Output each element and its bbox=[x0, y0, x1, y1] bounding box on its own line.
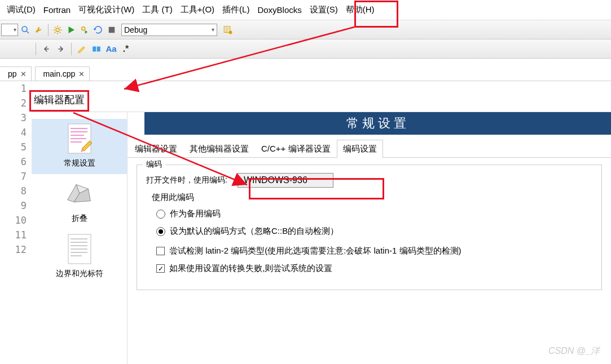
config-category-list[interactable]: 常规设置 折叠 边界和光标符 bbox=[32, 112, 128, 364]
menu-visual-design[interactable]: 可视化设计(W) bbox=[75, 2, 138, 17]
svg-point-0 bbox=[22, 26, 27, 32]
subtab-other[interactable]: 其他编辑器设置 bbox=[183, 140, 255, 158]
separator bbox=[71, 43, 72, 55]
build-config-dropdown[interactable]: Debug▾ bbox=[121, 24, 217, 36]
svg-point-2 bbox=[56, 28, 59, 32]
fieldset-legend: 编码 bbox=[143, 159, 165, 170]
close-icon[interactable]: ✕ bbox=[78, 70, 85, 78]
file-tab-label: pp bbox=[8, 69, 17, 78]
side-item-general[interactable]: 常规设置 bbox=[32, 119, 127, 174]
subtab-encoding[interactable]: 编码设置 bbox=[337, 140, 383, 158]
side-item-label: 折叠 bbox=[72, 214, 87, 224]
menubar: 调试(D) Fortran 可视化设计(W) 工具 (T) 工具+(O) 插件(… bbox=[0, 0, 611, 20]
side-item-label: 常规设置 bbox=[64, 158, 95, 168]
radio-icon bbox=[156, 210, 165, 219]
file-tabs: pp ✕ main.cpp ✕ bbox=[0, 59, 611, 81]
open-encoding-label: 打开文件时，使用编码: bbox=[146, 175, 227, 185]
svg-line-1 bbox=[27, 31, 29, 33]
line-number: 2 bbox=[21, 96, 27, 110]
toolbar-dropdown-empty[interactable]: ▾ bbox=[1, 24, 18, 36]
config-title-wrap: 编辑器配置 bbox=[32, 93, 87, 106]
dialog-header: 常规设置 bbox=[144, 112, 611, 135]
search-icon[interactable] bbox=[19, 24, 32, 36]
line-number-gutter: 1 2 3 4 5 6 7 8 9 10 11 12 bbox=[0, 81, 31, 257]
check-latin2[interactable]: 尝试检测 latin-2 编码类型(使用此选项需要注意:会破坏 latin-1 … bbox=[156, 246, 592, 256]
back-arrow-icon[interactable] bbox=[40, 43, 52, 55]
editor-config-dialog: 常规设置 常规设置 折叠 边界和光标符 bbox=[32, 112, 611, 364]
encoding-dropdown[interactable]: WINDOWS-936 bbox=[238, 173, 333, 188]
forward-arrow-icon[interactable] bbox=[55, 43, 67, 55]
document-lines-icon bbox=[63, 233, 96, 267]
build-config-value: Debug bbox=[124, 25, 147, 34]
menu-help[interactable]: 帮助(H) bbox=[342, 2, 378, 17]
stop-icon[interactable] bbox=[106, 24, 118, 36]
radio-label: 设为默认的编码方式（忽略C::B的自动检测） bbox=[170, 226, 339, 237]
radio-fallback[interactable]: 作为备用编码 bbox=[156, 208, 592, 219]
checkbox-icon: ✓ bbox=[156, 264, 165, 273]
separator bbox=[48, 24, 49, 36]
subtab-editor[interactable]: 编辑器设置 bbox=[129, 140, 183, 158]
checkbox-label: 如果使用设置的转换失败,则尝试系统的设置 bbox=[169, 263, 332, 274]
line-number: 5 bbox=[21, 140, 27, 154]
list-check-icon[interactable] bbox=[222, 24, 234, 36]
select-blocks-icon[interactable] bbox=[90, 43, 103, 55]
file-tab-main[interactable]: main.cpp ✕ bbox=[35, 66, 90, 81]
line-number: 6 bbox=[21, 154, 27, 169]
separator bbox=[36, 43, 36, 55]
line-number: 9 bbox=[21, 198, 27, 213]
toolbar-secondary: Aa .* bbox=[0, 39, 611, 59]
menu-tools[interactable]: 工具 (T) bbox=[139, 2, 175, 17]
highlight-icon[interactable] bbox=[76, 43, 88, 55]
refresh-icon[interactable] bbox=[92, 24, 104, 36]
encoding-fieldset: 编码 打开文件时，使用编码: WINDOWS-936 使用此编码 作为备用编码 … bbox=[137, 165, 602, 290]
menu-tools-plus[interactable]: 工具+(O) bbox=[177, 2, 218, 17]
chevron-down-icon: ▾ bbox=[14, 26, 16, 33]
file-tab-label: main.cpp bbox=[43, 69, 76, 78]
line-number: 10 bbox=[15, 213, 27, 228]
line-number: 11 bbox=[15, 228, 27, 242]
wrench-icon[interactable] bbox=[33, 24, 45, 36]
regex-icon[interactable]: .* bbox=[120, 43, 132, 55]
line-number: 4 bbox=[21, 125, 27, 140]
svg-rect-7 bbox=[93, 46, 96, 51]
svg-point-6 bbox=[229, 30, 232, 34]
text-aa-icon[interactable]: Aa bbox=[105, 43, 117, 55]
config-subtabs: 编辑器设置 其他编辑器设置 C/C++ 编译器设置 编码设置 bbox=[128, 139, 611, 158]
check-system[interactable]: ✓ 如果使用设置的转换失败,则尝试系统的设置 bbox=[156, 263, 592, 274]
radio-default[interactable]: 设为默认的编码方式（忽略C::B的自动检测） bbox=[156, 226, 592, 237]
gear-icon[interactable] bbox=[51, 24, 64, 36]
chevron-down-icon: ▾ bbox=[212, 26, 214, 33]
svg-point-3 bbox=[82, 26, 85, 30]
menu-fortran[interactable]: Fortran bbox=[40, 3, 74, 17]
checkbox-label: 尝试检测 latin-2 编码类型(使用此选项需要注意:会破坏 latin-1 … bbox=[169, 246, 461, 256]
radio-label: 作为备用编码 bbox=[170, 208, 221, 219]
origami-icon bbox=[63, 177, 96, 211]
side-item-label: 边界和光标符 bbox=[56, 269, 103, 279]
file-tab-pp[interactable]: pp ✕ bbox=[0, 66, 32, 81]
line-number: 12 bbox=[15, 242, 27, 257]
gear-play-icon[interactable] bbox=[78, 24, 91, 36]
close-icon[interactable]: ✕ bbox=[20, 70, 27, 78]
svg-rect-8 bbox=[97, 46, 100, 51]
line-number: 1 bbox=[21, 81, 27, 96]
use-encoding-label: 使用此编码 bbox=[152, 192, 592, 203]
config-main-panel: 编辑器设置 其他编辑器设置 C/C++ 编译器设置 编码设置 编码 打开文件时，… bbox=[128, 112, 611, 364]
menu-plugins[interactable]: 插件(L) bbox=[219, 2, 253, 17]
side-item-folding[interactable]: 折叠 bbox=[32, 174, 127, 229]
document-pencil-icon bbox=[63, 122, 96, 156]
line-number: 3 bbox=[21, 110, 27, 125]
line-number: 7 bbox=[21, 169, 27, 184]
checkbox-icon bbox=[156, 247, 165, 255]
line-number: 8 bbox=[21, 184, 27, 198]
subtab-cpp[interactable]: C/C++ 编译器设置 bbox=[255, 140, 337, 158]
play-icon[interactable] bbox=[65, 24, 77, 36]
side-item-margins[interactable]: 边界和光标符 bbox=[32, 229, 127, 285]
menu-settings[interactable]: 设置(S) bbox=[306, 2, 341, 17]
menu-debug[interactable]: 调试(D) bbox=[3, 2, 39, 17]
menu-doxyblocks[interactable]: DoxyBlocks bbox=[254, 3, 305, 17]
watermark: CSDN @_洋 bbox=[548, 345, 600, 357]
radio-icon bbox=[156, 227, 165, 236]
svg-rect-4 bbox=[109, 26, 115, 33]
toolbar-main: ▾ Debug▾ bbox=[0, 20, 611, 39]
config-dialog-title: 编辑器配置 bbox=[32, 93, 87, 106]
